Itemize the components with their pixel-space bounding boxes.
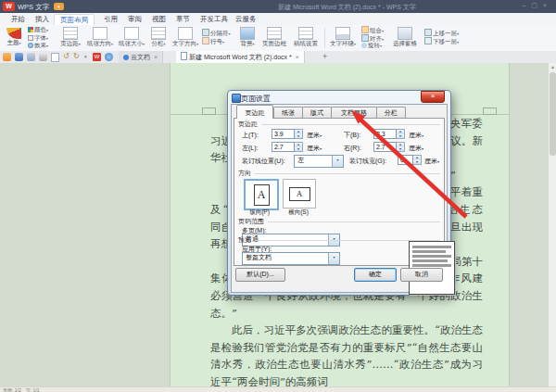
dialog-close-button[interactable]: × xyxy=(421,91,445,103)
close-tab-icon[interactable]: × xyxy=(296,54,299,60)
bring-forward-icon xyxy=(424,29,432,36)
wps-window: W WPS 文字 ▾ 新建 Microsoft Word 文档 (2).docx… xyxy=(0,0,556,392)
save-icon[interactable] xyxy=(15,53,23,61)
margins-button[interactable]: 页边距▾ xyxy=(57,26,83,50)
send-backward-button[interactable]: 下移一层▾ xyxy=(424,37,463,45)
new-tab-button[interactable]: + xyxy=(322,52,327,61)
paper-size-icon xyxy=(124,27,139,40)
top-unit-dropdown[interactable]: 厘米▾ xyxy=(307,131,322,140)
background-button[interactable]: 背景▾ xyxy=(237,26,258,50)
cancel-button[interactable]: 取消 xyxy=(400,268,443,282)
rotate-icon xyxy=(361,43,367,48)
bring-forward-button[interactable]: 上移一层▾ xyxy=(424,29,463,37)
breaks-button[interactable]: 分隔符▾ xyxy=(202,29,235,37)
colors-icon xyxy=(28,27,33,32)
gutter-unit-dropdown[interactable]: 厘米▾ xyxy=(424,157,439,166)
tab-review[interactable]: 审阅 xyxy=(122,14,147,25)
right-unit-dropdown[interactable]: 厘米▾ xyxy=(409,144,423,153)
title-bar: W WPS 文字 ▾ 新建 Microsoft Word 文档 (2).docx… xyxy=(0,0,556,13)
bottom-margin-spinner[interactable]: 3.3 ▲▼ xyxy=(373,129,405,139)
line-numbers-button[interactable]: 行号▾ xyxy=(202,37,235,45)
spin-down-icon[interactable]: ▼ xyxy=(295,134,302,139)
group-button[interactable]: 组合▾ xyxy=(361,26,387,34)
doc-tab-current[interactable]: 新建 Microsoft Word 文档 (2).docx *× xyxy=(176,51,305,63)
theme-fonts-button[interactable]: 字体▾ xyxy=(28,34,57,43)
background-icon xyxy=(240,27,255,40)
gutter-width-spinner[interactable]: 0 ▲▼ xyxy=(398,155,422,165)
ok-button[interactable]: 确定 xyxy=(354,268,397,282)
text-line: 此后，习近平多次强调政治生态的重要性。“政治生态 xyxy=(210,322,483,339)
default-button[interactable]: 默认(D)... xyxy=(235,268,285,282)
portrait-option[interactable]: A xyxy=(244,179,279,210)
order-stack: 上移一层▾ 下移一层▾ xyxy=(424,29,463,44)
bottom-margin-label: 下(B): xyxy=(344,131,360,140)
text-direction-button[interactable]: 文字方向▾ xyxy=(171,26,200,50)
fonts-icon xyxy=(28,35,33,41)
close-tab-icon[interactable]: × xyxy=(154,54,158,60)
spin-down-icon[interactable]: ▼ xyxy=(397,134,404,139)
print-preview-icon[interactable] xyxy=(51,53,59,62)
cloud-icon[interactable] xyxy=(105,53,113,61)
bottom-unit-dropdown[interactable]: 厘米▾ xyxy=(409,131,423,140)
docer-icon[interactable]: W xyxy=(93,53,101,61)
status-text: 页面: 1/2 节: 1/1 xyxy=(3,387,39,392)
text-line: 清水秀，政治生态也要山清水秀”……“政治生态”成为习 xyxy=(210,356,483,373)
selection-pane-button[interactable]: 选择窗格 xyxy=(389,26,421,50)
grid-setup-button[interactable]: 稿纸设置 xyxy=(291,26,321,50)
spin-down-icon[interactable]: ▼ xyxy=(397,147,404,152)
tab-section[interactable]: 章节 xyxy=(171,14,196,25)
paper-size-button[interactable]: 纸张大小▾ xyxy=(117,26,146,50)
dialog-tab-margins[interactable]: 页边距 xyxy=(236,105,273,119)
wps-logo-icon[interactable]: W xyxy=(3,2,15,11)
align-button[interactable]: 对齐▾ xyxy=(361,34,387,43)
gutter-position-label: 装订线位置(U): xyxy=(242,157,285,166)
file-icon xyxy=(181,52,187,60)
window-controls[interactable]: –▢× xyxy=(522,2,552,9)
cloud-doc-icon xyxy=(123,55,129,60)
menu-icon[interactable] xyxy=(3,53,11,61)
redo-icon[interactable]: ↻ xyxy=(73,52,80,60)
left-unit-dropdown[interactable]: 厘米▾ xyxy=(307,144,322,153)
theme-colors-button[interactable]: 颜色▾ xyxy=(28,26,57,34)
ribbon: 主题▾ 颜色▾ 字体▾ 效果▾ 页边距▾ 纸张方向▾ 纸张大小▾ 分栏▾ 文字方… xyxy=(0,25,556,52)
orientation-icon xyxy=(93,27,107,40)
page-setup-dialog: 页面设置 × 页边距 纸张 版式 文档网格 分栏 页边距 上(T): 3.9 ▲… xyxy=(227,90,451,296)
spin-down-icon[interactable]: ▼ xyxy=(413,160,421,165)
doc-tab-cloud[interactable]: 云文档× xyxy=(119,51,163,63)
scrollbar-thumb[interactable] xyxy=(550,72,556,156)
theme-button[interactable]: 主题▾ xyxy=(2,26,26,50)
dropdown-arrow-icon[interactable]: ▾ xyxy=(328,253,339,264)
app-name: WPS 文字 xyxy=(18,3,49,12)
rotate-button[interactable]: 旋转▾ xyxy=(361,42,387,50)
print-icon[interactable] xyxy=(39,53,47,61)
dropdown-arrow-icon[interactable]: ▾ xyxy=(332,156,343,167)
gutter-position-dropdown[interactable]: 左▾ xyxy=(294,155,344,168)
ribbon-tab-bar: 开始 插入 页面布局 引用 审阅 视图 章节 开发工具 云服务 xyxy=(0,13,556,26)
text-wrap-button[interactable]: 文字环绕▾ xyxy=(328,26,358,50)
premium-badge-icon[interactable]: ▾ xyxy=(54,3,64,10)
breaks-icon xyxy=(202,29,209,36)
qat-dropdown-icon[interactable]: ▾ xyxy=(84,54,87,59)
tab-developer[interactable]: 开发工具 xyxy=(195,14,234,25)
right-margin-spinner[interactable]: 2.7 ▲▼ xyxy=(373,142,405,152)
spin-down-icon[interactable]: ▼ xyxy=(295,147,302,152)
scroll-up-icon[interactable]: ▲ xyxy=(549,63,556,71)
tab-insert[interactable]: 插入 xyxy=(30,14,55,25)
tab-home[interactable]: 开始 xyxy=(6,14,31,25)
page-border-button[interactable]: 页面边框 xyxy=(259,26,289,50)
pages-group-label: 页码范围 xyxy=(238,217,440,226)
landscape-option[interactable]: A xyxy=(283,179,316,209)
export-icon[interactable] xyxy=(27,53,35,61)
window-title: 新建 Microsoft Word 文档 (2).docx * - WPS 文字 xyxy=(278,3,416,12)
tab-cloud[interactable]: 云服务 xyxy=(230,14,262,25)
undo-icon[interactable]: ↺ xyxy=(63,52,70,60)
left-margin-spinner[interactable]: 2.7 ▲▼ xyxy=(272,142,303,152)
theme-effects-button[interactable]: 效果▾ xyxy=(28,42,57,50)
apply-to-dropdown[interactable]: 整篇文档▾ xyxy=(242,252,340,265)
orientation-button[interactable]: 纸张方向▾ xyxy=(85,26,115,50)
tab-references[interactable]: 引用 xyxy=(98,14,123,25)
columns-button[interactable]: 分栏▾ xyxy=(148,26,169,50)
vertical-scrollbar[interactable]: ▲ xyxy=(548,63,556,386)
tab-view[interactable]: 视图 xyxy=(146,14,171,25)
top-margin-spinner[interactable]: 3.9 ▲▼ xyxy=(272,129,303,139)
